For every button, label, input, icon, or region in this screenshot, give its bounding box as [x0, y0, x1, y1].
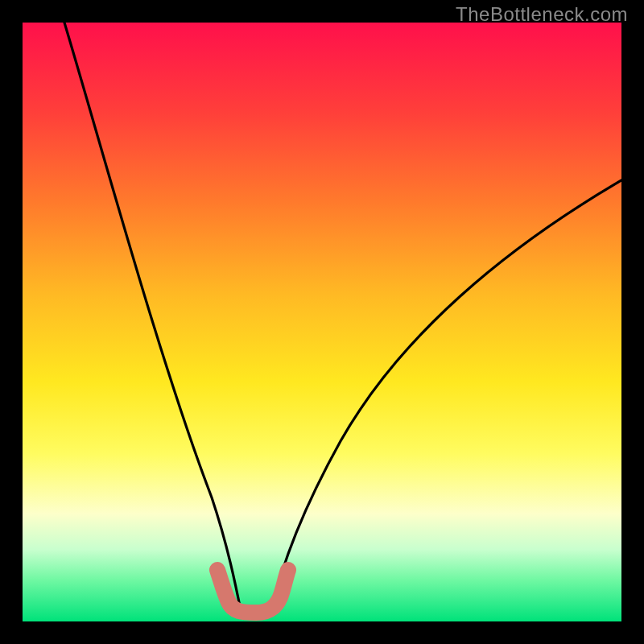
- curve-left: [64, 23, 242, 614]
- chart-area: [23, 23, 621, 621]
- watermark-text: TheBottleneck.com: [456, 3, 628, 26]
- bottleneck-curve: [23, 23, 621, 621]
- curve-right: [270, 180, 621, 614]
- bottom-band: [217, 570, 288, 613]
